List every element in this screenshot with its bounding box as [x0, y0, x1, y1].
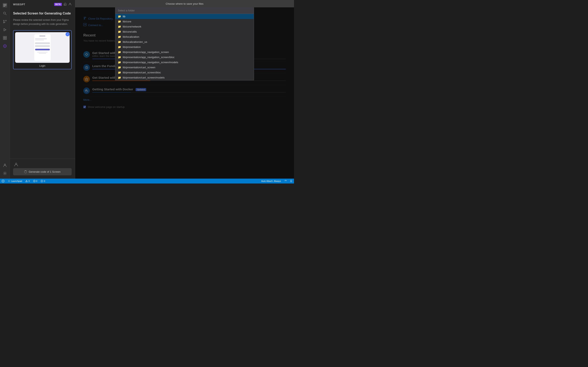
activity-bar-git[interactable]: [1, 18, 9, 25]
user-bottom-icon[interactable]: [13, 162, 72, 167]
screen-card-checkmark: ✓: [66, 32, 70, 36]
folder-icon-lib-presentation-cart: 📁: [118, 66, 121, 69]
svg-rect-7: [5, 36, 7, 38]
errors-count: 0: [36, 180, 37, 182]
svg-rect-6: [3, 36, 5, 38]
folder-item-lib-localization[interactable]: 📁 lib/localization: [115, 34, 254, 39]
folder-item-lib-core-utils[interactable]: 📁 lib/core/utils: [115, 29, 254, 34]
folder-icon-lib-presentation-app-nav: 📁: [118, 50, 121, 54]
svg-point-1: [3, 12, 6, 14]
section-title: Selected Screen for Generating Code: [13, 11, 72, 16]
folder-icon-lib-core-network: 📁: [118, 25, 121, 28]
activity-bar-extensions[interactable]: [1, 34, 9, 42]
generate-btn[interactable]: Generate code of 1 Screen: [13, 168, 72, 175]
activity-bar-search[interactable]: [1, 10, 9, 17]
info-count: 0: [44, 180, 45, 182]
warnings-count: 0: [28, 180, 30, 182]
status-errors[interactable]: 0: [33, 180, 37, 182]
folder-item-lib-presentation-cart-bloc[interactable]: 📁 lib/presentation/cart_screen/bloc: [115, 70, 254, 75]
app-container: WISEGPT BETA: [0, 0, 294, 184]
svg-point-3: [6, 20, 6, 21]
folder-icon-lib: 📁: [118, 15, 121, 18]
activity-bar-run[interactable]: [1, 26, 9, 33]
folder-name-lib-presentation: lib/presentation: [123, 45, 141, 49]
editor-area: Clone Git Repository... Connect to...: [75, 0, 294, 179]
folder-name-lib: lib: [123, 15, 125, 18]
folder-name-lib-presentation-app-nav-models: lib/presentation/app_navigation_screen/m…: [123, 61, 178, 64]
folder-name-lib-localization: lib/localization: [123, 35, 139, 38]
status-warnings[interactable]: 0: [25, 180, 30, 182]
svg-point-15: [16, 163, 17, 165]
generate-btn-label: Generate code of 1 Screen: [29, 170, 61, 173]
status-bar: Launchpad 0 0 0 Auto Attach: Always: [0, 179, 294, 184]
folder-item-lib[interactable]: 📁 lib: [115, 14, 254, 19]
generate-spinner: [24, 170, 27, 173]
folder-icon-lib-core-utils: 📁: [118, 30, 121, 33]
launchpad-label: Launchpad: [11, 180, 22, 182]
user-icon[interactable]: [68, 2, 72, 6]
status-bell-icon[interactable]: [290, 180, 292, 182]
folder-item-lib-presentation-app-nav-bloc[interactable]: 📁 lib/presentation/app_navigation_screen…: [115, 55, 254, 60]
activity-bar-wisegpt[interactable]: [1, 2, 9, 9]
status-auto-attach[interactable]: Auto Attach: Always: [261, 180, 281, 182]
activity-bar: [0, 0, 10, 179]
mockup-inner: [34, 34, 51, 61]
main-area: WISEGPT BETA: [0, 0, 294, 179]
screen-card-login[interactable]: ✓: [13, 30, 72, 69]
sidebar-header: WISEGPT BETA: [10, 0, 75, 8]
folder-name-lib-presentation-app-nav: lib/presentation/app_navigation_screen: [123, 50, 169, 54]
modal-overlay: Choose where to save your files 📁 lib 📁 …: [75, 0, 294, 179]
svg-point-4: [3, 22, 4, 23]
folder-search-input[interactable]: [115, 7, 254, 14]
folder-picker: 📁 lib 📁 lib/core 📁 lib/core/network: [115, 7, 254, 80]
sidebar: WISEGPT BETA: [10, 0, 75, 179]
status-refresh-icon[interactable]: [284, 180, 287, 182]
folder-name-lib-core-utils: lib/core/utils: [123, 30, 137, 33]
sidebar-icons: [63, 2, 72, 6]
svg-point-12: [4, 173, 5, 174]
folder-item-lib-localization-en-us[interactable]: 📁 lib/localization/en_us: [115, 39, 254, 44]
folder-item-lib-core[interactable]: 📁 lib/core: [115, 19, 254, 24]
folder-item-lib-presentation-cart-models[interactable]: 📁 lib/presentation/cart_screen/models: [115, 75, 254, 80]
folder-item-lib-presentation-app-nav[interactable]: 📁 lib/presentation/app_navigation_screen: [115, 50, 254, 55]
status-error-icon[interactable]: [2, 180, 4, 183]
home-icon[interactable]: [63, 2, 67, 6]
screen-mockup: [15, 32, 70, 63]
svg-rect-13: [65, 4, 65, 5]
folder-list: 📁 lib 📁 lib/core 📁 lib/core/network: [115, 14, 254, 80]
folder-icon-lib-presentation: 📁: [118, 45, 121, 49]
folder-item-lib-presentation-cart[interactable]: 📁 lib/presentation/cart_screen: [115, 65, 254, 70]
folder-item-lib-core-network[interactable]: 📁 lib/core/network: [115, 24, 254, 29]
sidebar-title: WISEGPT: [13, 3, 25, 6]
folder-item-lib-presentation[interactable]: 📁 lib/presentation: [115, 44, 254, 50]
folder-name-lib-presentation-cart-models: lib/presentation/cart_screen/models: [123, 76, 164, 79]
svg-marker-5: [4, 29, 6, 31]
sidebar-footer: Generate code of 1 Screen: [10, 159, 75, 179]
folder-name-lib-localization-en-us: lib/localization/en_us: [123, 40, 147, 43]
folder-icon-lib-presentation-app-nav-bloc: 📁: [118, 56, 121, 59]
status-info[interactable]: 0: [41, 180, 45, 182]
activity-bar-settings[interactable]: [1, 170, 9, 177]
folder-name-lib-core-network: lib/core/network: [123, 25, 141, 28]
beta-badge: BETA: [54, 3, 62, 6]
folder-name-lib-presentation-app-nav-bloc: lib/presentation/app_navigation_screen/b…: [123, 56, 174, 59]
status-launchpad[interactable]: Launchpad: [8, 180, 22, 182]
svg-point-14: [70, 3, 71, 4]
folder-item-lib-presentation-app-nav-models[interactable]: 📁 lib/presentation/app_navigation_screen…: [115, 60, 254, 65]
folder-icon-lib-presentation-cart-models: 📁: [118, 76, 121, 79]
screen-label: Login: [15, 64, 70, 67]
activity-bar-wisegpt2[interactable]: [1, 42, 9, 50]
section-desc: Please review the selected screen from y…: [13, 18, 72, 26]
folder-icon-lib-localization: 📁: [118, 35, 121, 38]
folder-icon-lib-core: 📁: [118, 20, 121, 23]
sidebar-content: Selected Screen for Generating Code Plea…: [10, 8, 75, 159]
svg-rect-8: [3, 38, 5, 40]
modal-header: Choose where to save your files: [75, 0, 294, 7]
svg-point-11: [4, 164, 6, 165]
modal-header-text: Choose where to save your files: [166, 2, 204, 5]
auto-attach-label: Auto Attach: Always: [261, 180, 281, 182]
folder-name-lib-presentation-cart-bloc: lib/presentation/cart_screen/bloc: [123, 71, 161, 74]
svg-point-10: [4, 46, 5, 47]
activity-bar-account[interactable]: [1, 161, 9, 169]
folder-icon-lib-localization-en-us: 📁: [118, 40, 121, 43]
